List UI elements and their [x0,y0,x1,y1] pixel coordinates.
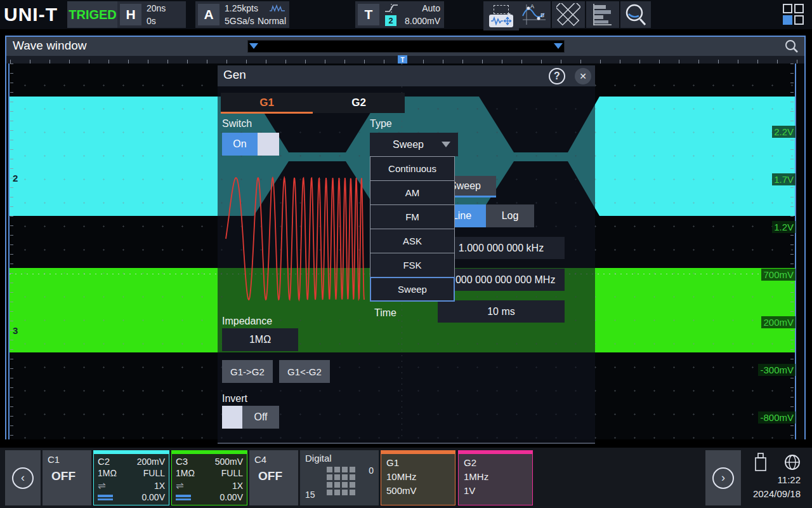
channel-status-bar: ‹ C1 OFF C2200mV 1MΩFULL ⇌1X 0.00V C3500… [0,448,812,508]
timebase-value: 20ns [147,3,166,13]
digital-label: Digital [305,453,332,464]
chevron-left-icon: ‹ [12,467,34,489]
sweep-log-button[interactable]: Log [486,204,534,227]
trigger-status-badge: TRIGED [67,1,118,28]
generator2-card[interactable]: G2 1MHz 1V [458,450,533,505]
g2-name: G2 [464,457,476,468]
impedance-button[interactable]: 1MΩ [222,328,298,351]
trigger-settings-block[interactable]: T 2 Auto 8.000mV [355,1,444,28]
channel4-card[interactable]: C4 OFF [249,450,298,505]
horizontal-offset-value: 0s [147,16,156,26]
digital-bottom-number: 15 [305,490,315,500]
acquire-label: A [198,4,219,25]
switch-toggle[interactable]: On [222,133,279,156]
horizontal-settings-block[interactable]: H 20ns 0s [117,1,186,28]
measure-tool-button[interactable] [552,1,585,28]
chevron-down-icon [442,142,450,147]
close-button[interactable]: ✕ [575,68,591,84]
start-frequency-field[interactable]: 1.000 000 000 kHz [438,237,565,259]
generator1-card[interactable]: G1 10MHz 500mV [381,450,455,505]
channel3-bandwidth: FULL [221,468,243,478]
g2-frequency: 1MHz [464,471,488,482]
channel3-tag[interactable]: 3 [13,325,18,336]
trigger-position-marker[interactable]: T [398,55,407,64]
copy-g2-to-g1-button[interactable]: G1<-G2 [279,360,330,383]
volt-label: 700mV [761,269,796,281]
cursor-measure-button[interactable]: A B [518,1,551,28]
layout-square-icon [794,15,804,25]
channel3-card[interactable]: C3500mV 1MΩFULL ⇌1X 0.00V [171,450,247,505]
help-button[interactable]: ? [549,68,565,84]
impedance-label: Impedance [222,316,272,327]
type-dropdown[interactable]: Sweep [370,133,458,156]
wave-zoom-icon[interactable] [784,39,799,54]
channel1-card[interactable]: C1 OFF [43,450,91,505]
channel3-probe: 1X [232,481,243,491]
sweep-time-label: Time [374,307,396,319]
plot-right-border [795,64,796,439]
sweep-waveform-preview [225,171,365,306]
dialog-title: Gen [223,68,246,82]
switch-on-state: On [222,133,258,156]
channel2-probe: 1X [154,481,165,491]
g1-name: G1 [386,457,399,468]
switch-knob [258,133,279,156]
trigger-level-value: 8.000mV [405,16,440,26]
channel3-impedance: 1MΩ [176,468,195,478]
right-scale-ticks [790,64,794,439]
trigger-mode-value: Auto [422,3,440,13]
search-tool-button[interactable] [620,1,651,28]
horizontal-label: H [120,4,141,25]
type-dropdown-menu: Continuous AM FM ASK FSK Sweep [370,157,455,302]
volt-label: 2.2V [772,126,796,138]
scroll-right-button[interactable]: › [705,450,741,505]
clock-date: 2024/09/18 [753,488,801,499]
wave-window-title: Wave window [13,39,87,53]
plot-left-border [8,64,10,439]
volt-label: -800mV [758,411,796,424]
acquire-settings-block[interactable]: A 1.25kpts 5GSa/s Normal [195,1,289,28]
invert-off-state: Off [242,406,279,429]
option-continuous[interactable]: Continuous [370,156,455,181]
channel3-offset: 0.00V [219,492,243,502]
waveform-overview-bar[interactable] [247,40,565,53]
svg-text:B: B [540,12,544,18]
channel2-name: C2 [98,456,110,467]
digital-channels-grid-icon [327,467,355,495]
stop-frequency-field[interactable]: 1.000 000 000 000 MHz [438,269,565,291]
channel2-impedance: 1MΩ [98,468,117,478]
uni-t-logo: UNI-T [4,4,58,25]
channel2-tag[interactable]: 2 [13,173,18,184]
option-fsk[interactable]: FSK [370,253,455,277]
tab-g2[interactable]: G2 [313,93,405,113]
volt-label: -300mV [758,364,796,376]
volt-label: 1.7V [772,173,796,185]
usb-icon [754,453,768,472]
coupling-icon: ⇌ [98,480,106,491]
overview-left-marker-icon[interactable] [249,43,258,49]
option-am[interactable]: AM [370,180,455,205]
cursor-select-tool-button[interactable] [483,1,519,30]
tab-g1[interactable]: G1 [221,93,313,113]
copy-g1-to-g2-button[interactable]: G1->G2 [222,360,273,383]
invert-knob [222,406,242,429]
channel2-card[interactable]: C2200mV 1MΩFULL ⇌1X 0.00V [93,450,169,505]
trigger-label: T [358,4,379,25]
system-status-tile[interactable]: 11:22 2024/09/18 [742,450,807,505]
channel4-state: OFF [258,469,282,483]
volt-label: 200mV [761,316,796,328]
acquire-waveform-icon [269,4,285,13]
option-sweep[interactable]: Sweep [370,277,455,302]
option-fm[interactable]: FM [370,204,455,229]
generator-dialog: Gen ? ✕ G1 G2 Switch On Type Sweep Sweep… [218,65,595,444]
histogram-tool-button[interactable] [586,1,619,28]
option-ask[interactable]: ASK [370,229,455,253]
digital-card[interactable]: Digital 0 15 [300,450,379,505]
g1-amplitude: 500mV [386,485,417,496]
invert-toggle[interactable]: Off [222,406,279,429]
sweep-time-field[interactable]: 10 ms [438,300,565,323]
scroll-left-button[interactable]: ‹ [5,450,41,505]
window-layout-button[interactable] [783,4,804,25]
overview-right-marker-icon[interactable] [554,43,563,49]
sample-rate-value: 5GSa/s [225,16,254,26]
